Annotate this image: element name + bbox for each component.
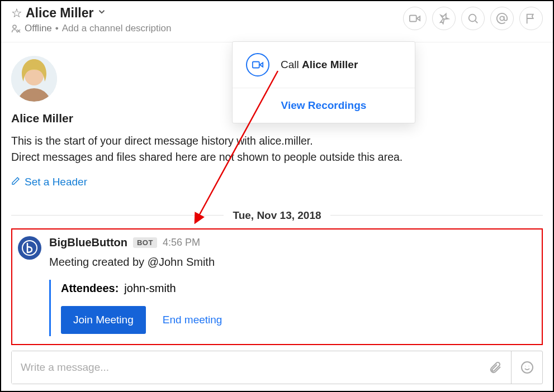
attendees-value: john-smith	[124, 282, 176, 295]
message-list: BigBlueButton BOT 4:56 PM Meeting create…	[1, 228, 553, 361]
call-target-name: Alice Miller	[302, 59, 358, 70]
header-actions	[403, 6, 543, 30]
message-text: Meeting created by @John Smith	[49, 256, 536, 269]
title-row: ☆ Alice Miller	[11, 6, 171, 21]
date-text: Tue, Nov 13, 2018	[224, 209, 330, 222]
attendees-label: Attendees:	[61, 282, 119, 295]
call-user-action[interactable]: Call Alice Miller	[233, 42, 415, 88]
bot-badge: BOT	[133, 237, 157, 248]
call-popover: Call Alice Miller View Recordings	[232, 41, 415, 123]
svg-point-18	[522, 362, 533, 373]
annotation-highlight: BigBlueButton BOT 4:56 PM Meeting create…	[11, 228, 543, 345]
video-call-button[interactable]	[403, 7, 427, 30]
presence-offline-icon	[11, 24, 21, 33]
mentions-button[interactable]	[490, 7, 514, 30]
star-icon[interactable]: ☆	[11, 6, 22, 21]
meeting-attachment: Attendees: john-smith Join Meeting End m…	[49, 280, 536, 336]
user-avatar[interactable]	[11, 56, 57, 102]
svg-line-6	[475, 21, 477, 23]
message-body: BigBlueButton BOT 4:56 PM Meeting create…	[49, 236, 536, 336]
svg-rect-3	[410, 16, 416, 22]
presence-label: Offline	[25, 23, 52, 34]
message-author[interactable]: BigBlueButton	[49, 236, 127, 249]
flag-button[interactable]	[519, 7, 543, 30]
message-header: BigBlueButton BOT 4:56 PM	[49, 236, 536, 249]
video-icon	[246, 53, 269, 77]
attach-button[interactable]	[480, 351, 511, 384]
svg-point-5	[469, 15, 476, 22]
header-left: ☆ Alice Miller Offline • Add a channel d…	[11, 6, 171, 34]
attachment-actions: Join Meeting End meeting	[61, 306, 536, 334]
call-prefix: Call	[281, 59, 302, 70]
view-recordings-action[interactable]: View Recordings	[233, 88, 415, 123]
channel-header: ☆ Alice Miller Offline • Add a channel d…	[1, 1, 553, 42]
status-row: Offline • Add a channel description	[11, 23, 171, 34]
pencil-icon	[11, 176, 20, 188]
set-header-label: Set a Header	[25, 176, 87, 188]
attendees-row: Attendees: john-smith	[61, 282, 536, 295]
chevron-down-icon[interactable]	[97, 7, 107, 20]
bigbluebutton-avatar[interactable]	[18, 236, 41, 260]
composer-input[interactable]	[12, 351, 480, 384]
message-composer	[11, 351, 543, 384]
join-meeting-button[interactable]: Join Meeting	[61, 306, 146, 334]
intro-line-2: Direct messages and files shared here ar…	[11, 149, 543, 165]
svg-point-7	[500, 16, 504, 20]
pin-button[interactable]	[432, 7, 456, 30]
channel-title[interactable]: Alice Miller	[26, 6, 93, 21]
end-meeting-link[interactable]: End meeting	[163, 314, 222, 326]
date-divider: Tue, Nov 13, 2018	[11, 209, 543, 222]
intro-line-1: This is the start of your direct message…	[11, 133, 543, 149]
view-recordings-label: View Recordings	[281, 99, 367, 112]
separator-dot: •	[55, 23, 59, 34]
emoji-button[interactable]	[511, 351, 542, 384]
search-button[interactable]	[461, 7, 485, 30]
svg-rect-14	[253, 62, 259, 68]
call-text: Call Alice Miller	[281, 59, 358, 71]
dm-intro-text: This is the start of your direct message…	[11, 133, 543, 166]
add-description-link[interactable]: Add a channel description	[62, 23, 172, 34]
svg-point-0	[13, 25, 16, 28]
set-header-link[interactable]: Set a Header	[11, 176, 543, 188]
svg-marker-4	[417, 16, 420, 20]
message-item: BigBlueButton BOT 4:56 PM Meeting create…	[18, 233, 536, 336]
message-time: 4:56 PM	[163, 237, 200, 248]
svg-marker-15	[260, 63, 263, 66]
